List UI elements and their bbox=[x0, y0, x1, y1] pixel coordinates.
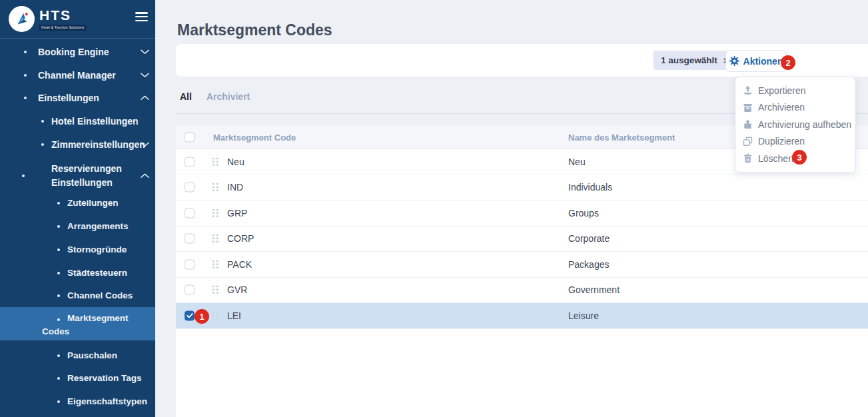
chevron-up-icon bbox=[141, 95, 149, 101]
sidebar-item-pauschalen[interactable]: Pauschalen bbox=[0, 344, 155, 367]
bullet-icon bbox=[24, 74, 27, 77]
row-checkbox[interactable] bbox=[185, 285, 195, 295]
sidebar-item-booking-engine[interactable]: Booking Engine bbox=[0, 40, 155, 63]
bullet-icon bbox=[57, 377, 60, 380]
drag-handle-icon[interactable] bbox=[213, 183, 218, 192]
bullet-icon bbox=[22, 175, 25, 177]
drag-handle-icon[interactable] bbox=[213, 311, 218, 320]
column-header-code: Marktsegment Code bbox=[213, 132, 296, 142]
sidebar-item-label: Channel Codes bbox=[67, 290, 133, 300]
sidebar-item-channel-codes[interactable]: Channel Codes bbox=[0, 284, 155, 307]
row-checkbox[interactable] bbox=[185, 234, 195, 244]
app-root: { "colors":{ "page_bg":"#edf0f5", "sideb… bbox=[0, 0, 868, 417]
bullet-icon bbox=[57, 318, 60, 321]
sidebar-item-label: Einstellungen bbox=[38, 93, 99, 103]
row-code: GVR bbox=[227, 284, 247, 295]
row-checkbox[interactable] bbox=[185, 183, 195, 193]
table-row[interactable]: GVRGovernment bbox=[176, 278, 868, 304]
tab-all[interactable]: All bbox=[180, 91, 192, 102]
column-header-name: Name des Marketsegment bbox=[568, 132, 675, 142]
annotation-badge: 2 bbox=[781, 55, 795, 70]
menu-item-archivieren[interactable]: Archivieren bbox=[735, 99, 855, 117]
sidebar-item-reservation-tags[interactable]: Reservation Tags bbox=[0, 366, 155, 390]
table-row[interactable]: LEILeisure bbox=[176, 303, 868, 329]
drag-handle-icon[interactable] bbox=[213, 260, 218, 268]
bullet-icon bbox=[57, 225, 60, 228]
bullet-icon bbox=[57, 272, 60, 274]
annotation-badge: 1 bbox=[195, 309, 209, 324]
row-name: Corporate bbox=[568, 233, 610, 244]
drag-handle-icon[interactable] bbox=[213, 157, 218, 166]
sidebar-header: HTS Hotel & Tourism Solutions bbox=[0, 0, 155, 39]
menu-item-exportieren[interactable]: Exportieren bbox=[735, 82, 855, 99]
table-row[interactable]: GRPGroups bbox=[176, 201, 868, 226]
row-code: Neu bbox=[227, 157, 244, 167]
bullet-icon bbox=[57, 202, 60, 205]
row-checkbox[interactable] bbox=[185, 208, 195, 218]
select-all-checkbox[interactable] bbox=[185, 132, 195, 142]
tab-archiviert[interactable]: Archiviert bbox=[207, 91, 250, 102]
drag-handle-icon[interactable] bbox=[213, 286, 218, 294]
table-row[interactable]: INDIndividuals bbox=[176, 175, 868, 201]
trash-icon bbox=[742, 153, 753, 163]
archive-icon bbox=[742, 103, 753, 113]
sidebar-item-stornogr-nde[interactable]: Stornogründe bbox=[0, 238, 155, 261]
menu-item-label: Löschen bbox=[758, 153, 793, 164]
sidebar-item-label: Booking Engine bbox=[38, 47, 109, 57]
row-code: LEI bbox=[227, 310, 241, 321]
drag-handle-icon[interactable] bbox=[213, 209, 218, 217]
sidebar-item-st-dtesteuern[interactable]: Städtesteuern bbox=[0, 261, 155, 284]
chevron-up-icon bbox=[141, 173, 149, 179]
bullet-icon bbox=[57, 354, 60, 357]
row-name: Individuals bbox=[568, 182, 612, 193]
logo[interactable] bbox=[9, 6, 35, 32]
sidebar-item-label: Hotel Einstellungen bbox=[51, 116, 139, 127]
menu-item-label: Archivieren bbox=[758, 102, 805, 113]
copy-icon bbox=[742, 137, 753, 147]
drag-handle-icon[interactable] bbox=[213, 234, 218, 243]
chevron-down-icon bbox=[141, 142, 149, 147]
sidebar-item-label: Reservierungen Einstellungen bbox=[51, 157, 135, 190]
sidebar-item-reservierungen-einstellungen[interactable]: Reservierungen Einstellungen bbox=[0, 157, 155, 195]
gear-icon bbox=[729, 56, 739, 66]
sidebar-item-label: Channel Manager bbox=[38, 70, 116, 81]
sidebar-item-hotel-einstellungen[interactable]: Hotel Einstellungen bbox=[0, 109, 155, 133]
actions-button-label: Aktionen bbox=[743, 56, 783, 67]
unarchive-icon bbox=[742, 119, 753, 129]
bullet-icon bbox=[57, 248, 60, 251]
sidebar: HTS Hotel & Tourism Solutions Booking En… bbox=[0, 0, 155, 417]
row-checkbox[interactable] bbox=[185, 157, 195, 167]
sidebar-item-label: Eigenschaftstypen bbox=[67, 396, 147, 406]
hamburger-menu-icon[interactable] bbox=[135, 12, 148, 22]
row-checkbox[interactable] bbox=[185, 259, 195, 269]
menu-item-duplizieren[interactable]: Duplizieren bbox=[735, 133, 855, 151]
row-code: IND bbox=[227, 182, 243, 193]
row-checkbox[interactable] bbox=[185, 310, 195, 320]
sidebar-item-eigenschaftstypen[interactable]: Eigenschaftstypen bbox=[0, 390, 155, 413]
selection-badge: 1 ausgewählt × bbox=[653, 51, 737, 70]
menu-item-label: Duplizieren bbox=[758, 136, 805, 147]
table-row[interactable]: PACKPackages bbox=[176, 252, 868, 278]
bullet-icon bbox=[24, 51, 27, 53]
logo-mark-icon bbox=[13, 11, 31, 28]
annotation-badge: 3 bbox=[792, 150, 807, 165]
menu-item-archivierung-aufheben[interactable]: Archivierung aufheben bbox=[735, 116, 855, 133]
sidebar-item-einstellungen[interactable]: Einstellungen bbox=[0, 86, 155, 109]
actions-button[interactable]: Aktionen bbox=[725, 50, 787, 72]
chevron-down-icon bbox=[141, 73, 149, 78]
tab-bar: All Archiviert bbox=[180, 91, 250, 102]
sidebar-item-arrangements[interactable]: Arrangements bbox=[0, 214, 155, 238]
sidebar-item-marktsegment-codes[interactable]: Marktsegment Codes bbox=[0, 307, 155, 340]
bullet-icon bbox=[24, 97, 27, 99]
sidebar-item-label: Arrangements bbox=[67, 221, 129, 231]
sidebar-item-channel-manager[interactable]: Channel Manager bbox=[0, 63, 155, 87]
menu-item-label: Exportieren bbox=[758, 85, 806, 96]
sidebar-item-zuteilungen[interactable]: Zuteilungen bbox=[0, 191, 155, 214]
selection-badge-label: 1 ausgewählt bbox=[661, 55, 717, 65]
sidebar-item-label: Zuteilungen bbox=[67, 198, 119, 208]
sidebar-item-label: Reservation Tags bbox=[67, 373, 142, 383]
sidebar-item-label: Städtesteuern bbox=[67, 268, 127, 278]
sidebar-item-zimmereinstellungen[interactable]: Zimmereinstellungen bbox=[0, 133, 155, 156]
table-row[interactable]: CORPCorporate bbox=[176, 226, 868, 252]
logo-title: HTS bbox=[39, 7, 71, 23]
